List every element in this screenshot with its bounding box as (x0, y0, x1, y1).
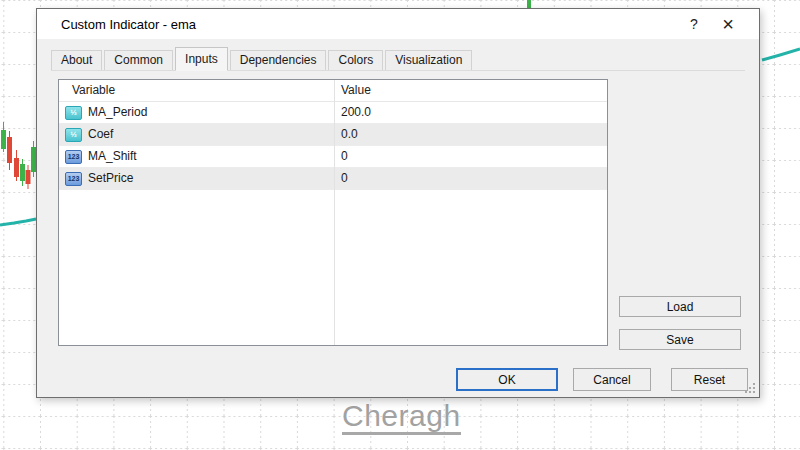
decimal-type-icon: ½ (65, 128, 82, 142)
tab-visualization[interactable]: Visualization (385, 50, 472, 70)
table-row[interactable]: 123 SetPrice 0 (59, 168, 607, 190)
tab-common[interactable]: Common (104, 50, 173, 70)
variable-name: SetPrice (88, 168, 133, 189)
tab-inputs[interactable]: Inputs (175, 47, 228, 71)
column-header-variable: Variable (59, 80, 334, 101)
metatrader-workspace: Cheragh Custom Indicator - ema ? × About… (0, 0, 800, 450)
custom-indicator-dialog: Custom Indicator - ema ? × About Common … (36, 8, 760, 398)
load-button[interactable]: Load (619, 296, 741, 317)
help-button[interactable]: ? (677, 16, 711, 32)
tab-dependencies[interactable]: Dependencies (230, 50, 327, 70)
resize-grip[interactable] (745, 383, 756, 394)
watermark: Cheragh (342, 400, 461, 435)
table-row[interactable]: ½ Coef 0.0 (59, 124, 607, 146)
variable-name: MA_Period (88, 102, 147, 123)
save-button[interactable]: Save (619, 329, 741, 350)
column-header-value: Value (334, 80, 371, 101)
integer-type-icon: 123 (65, 172, 82, 186)
tab-about[interactable]: About (51, 50, 102, 70)
close-button[interactable]: × (711, 14, 745, 34)
variable-value[interactable]: 0 (334, 146, 607, 167)
inputs-table: Variable Value ½ MA_Period 200.0 ½ Coef … (58, 79, 608, 346)
variable-value[interactable]: 0.0 (334, 124, 607, 145)
variable-value[interactable]: 200.0 (334, 102, 607, 123)
table-header: Variable Value (59, 80, 607, 102)
dialog-titlebar[interactable]: Custom Indicator - ema ? × (37, 9, 759, 39)
watermark-text: Cheragh (342, 400, 461, 435)
decimal-type-icon: ½ (65, 106, 82, 120)
dialog-title: Custom Indicator - ema (37, 17, 677, 32)
table-row[interactable]: ½ MA_Period 200.0 (59, 102, 607, 124)
cancel-button[interactable]: Cancel (573, 368, 651, 391)
reset-button[interactable]: Reset (671, 368, 748, 391)
tab-colors[interactable]: Colors (328, 50, 383, 70)
ok-button[interactable]: OK (456, 368, 558, 391)
variable-value[interactable]: 0 (334, 168, 607, 189)
integer-type-icon: 123 (65, 150, 82, 164)
variable-name: Coef (88, 124, 113, 145)
table-row[interactable]: 123 MA_Shift 0 (59, 146, 607, 168)
tab-bar: About Common Inputs Dependencies Colors … (51, 48, 745, 71)
variable-name: MA_Shift (88, 146, 137, 167)
column-divider (334, 80, 335, 345)
